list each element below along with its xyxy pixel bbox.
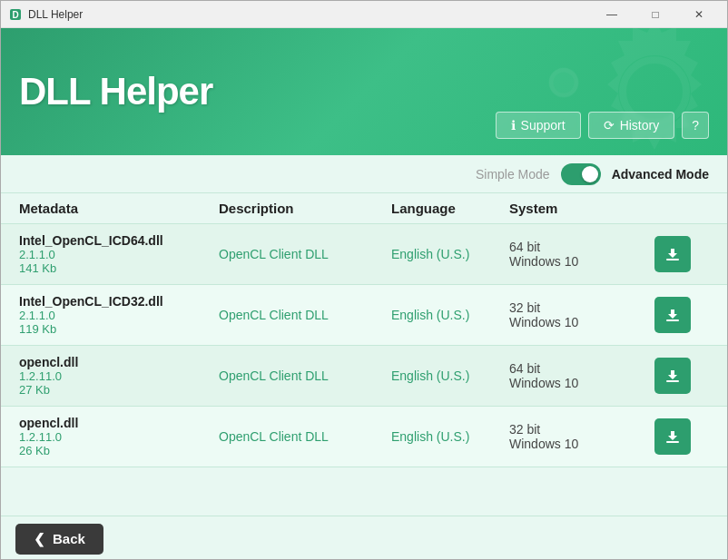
row-desc-1: OpenCL Client DLL: [219, 247, 391, 261]
row-meta-4: opencl.dll 1.2.11.0 26 Kb: [19, 416, 219, 457]
table-row: Intel_OpenCL_ICD32.dll 2.1.1.0 119 Kb Op…: [1, 285, 727, 346]
row-version-3: 1.2.11.0: [19, 369, 219, 383]
row-meta-3: opencl.dll 1.2.11.0 27 Kb: [19, 355, 219, 397]
svg-text:D: D: [12, 10, 18, 20]
back-button[interactable]: ❮ Back: [15, 524, 103, 555]
row-desc-2: OpenCL Client DLL: [219, 308, 391, 322]
app-title: DLL Helper: [19, 70, 212, 113]
svg-rect-6: [666, 380, 679, 382]
simple-mode-label: Simple Mode: [476, 167, 550, 182]
maximize-button[interactable]: □: [635, 1, 676, 28]
col-system: System: [509, 201, 654, 216]
download-icon: [664, 306, 682, 324]
download-button-4[interactable]: [654, 418, 691, 455]
row-lang-4: English (U.S.): [391, 429, 509, 444]
table-container: Metadata Description Language System Int…: [1, 193, 727, 516]
close-button[interactable]: ✕: [678, 1, 720, 28]
table-row: opencl.dll 1.2.11.0 27 Kb OpenCL Client …: [1, 346, 727, 407]
svg-rect-7: [666, 441, 679, 443]
download-button-3[interactable]: [654, 358, 691, 394]
row-lang-3: English (U.S.): [391, 368, 509, 383]
row-name-2: Intel_OpenCL_ICD32.dll: [19, 294, 219, 309]
row-size-3: 27 Kb: [19, 383, 219, 397]
row-system-4: 32 bit Windows 10: [509, 422, 654, 451]
title-bar-text: DLL Helper: [28, 8, 83, 21]
history-label: History: [620, 118, 660, 133]
row-system-1: 64 bit Windows 10: [509, 240, 654, 269]
back-icon: ❮: [34, 531, 45, 547]
col-description: Description: [219, 201, 391, 216]
support-icon: ℹ: [511, 118, 516, 133]
history-button[interactable]: ⟳ History: [588, 112, 675, 139]
table-row: opencl.dll 1.2.11.0 26 Kb OpenCL Client …: [1, 407, 727, 467]
row-size-1: 141 Kb: [19, 261, 219, 275]
gear-bg-small: [527, 46, 600, 119]
app-icon: D: [8, 7, 23, 22]
back-label: Back: [53, 531, 85, 546]
download-icon: [664, 245, 682, 263]
support-button[interactable]: ℹ Support: [496, 112, 581, 139]
row-meta-1: Intel_OpenCL_ICD64.dll 2.1.1.0 141 Kb: [19, 233, 219, 275]
col-action: [654, 201, 709, 216]
minimize-button[interactable]: —: [591, 1, 633, 28]
row-name-4: opencl.dll: [19, 416, 219, 430]
row-system-2: 32 bit Windows 10: [509, 300, 654, 329]
svg-rect-4: [666, 259, 679, 260]
row-name-3: opencl.dll: [19, 355, 219, 369]
download-icon: [664, 367, 682, 385]
advanced-mode-label: Advanced Mode: [612, 167, 709, 182]
row-lang-2: English (U.S.): [391, 308, 509, 322]
title-bar-left: D DLL Helper: [8, 7, 83, 22]
col-metadata: Metadata: [19, 201, 219, 216]
row-meta-2: Intel_OpenCL_ICD32.dll 2.1.1.0 119 Kb: [19, 294, 219, 336]
row-name-1: Intel_OpenCL_ICD64.dll: [19, 233, 219, 248]
svg-rect-5: [666, 319, 679, 321]
table-row: Intel_OpenCL_ICD64.dll 2.1.1.0 141 Kb Op…: [1, 224, 727, 285]
history-icon: ⟳: [604, 118, 615, 133]
row-version-4: 1.2.11.0: [19, 430, 219, 444]
header-nav: ℹ Support ⟳ History ?: [496, 112, 709, 139]
help-icon: ?: [692, 118, 699, 133]
row-size-2: 119 Kb: [19, 322, 219, 336]
row-desc-3: OpenCL Client DLL: [219, 368, 391, 383]
download-icon: [664, 427, 682, 446]
help-button[interactable]: ?: [682, 112, 709, 139]
row-version-1: 2.1.1.0: [19, 248, 219, 261]
row-system-3: 64 bit Windows 10: [509, 361, 654, 390]
table-header: Metadata Description Language System: [1, 193, 727, 224]
download-button-1[interactable]: [654, 236, 691, 272]
download-button-2[interactable]: [654, 297, 691, 333]
mode-toggle[interactable]: [561, 163, 601, 185]
footer: ❮ Back: [1, 516, 727, 560]
title-bar-controls: — □ ✕: [591, 1, 720, 28]
row-desc-4: OpenCL Client DLL: [219, 429, 391, 444]
row-size-4: 26 Kb: [19, 444, 219, 457]
header: DLL Helper ℹ Support ⟳ History ?: [1, 28, 727, 155]
mode-bar: Simple Mode Advanced Mode: [1, 155, 727, 193]
support-label: Support: [521, 118, 566, 133]
title-bar: D DLL Helper — □ ✕: [1, 1, 727, 28]
col-language: Language: [391, 201, 509, 216]
row-lang-1: English (U.S.): [391, 247, 509, 261]
row-version-2: 2.1.1.0: [19, 309, 219, 322]
